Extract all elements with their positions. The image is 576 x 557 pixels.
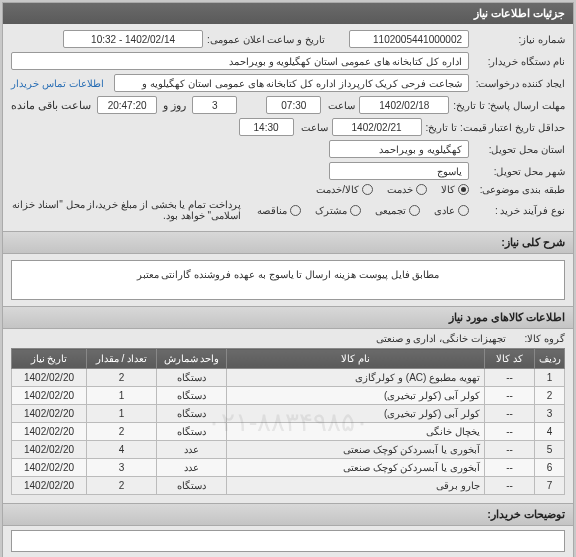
- cell: تهویه مطبوع (AC) و کولرگازی: [227, 369, 485, 387]
- label-creator: ایجاد کننده درخواست:: [473, 78, 565, 89]
- notes-box[interactable]: [11, 530, 565, 552]
- radio-icon[interactable]: [458, 205, 469, 216]
- section-notes-title: توضیحات خریدار:: [3, 503, 573, 526]
- field-creator: شجاعت فرحی کریک کارپرداز اداره کل کتابخا…: [114, 74, 469, 92]
- process-option[interactable]: عادی: [434, 205, 469, 216]
- field-province: کهگیلویه و بویراحمد: [329, 140, 469, 158]
- field-publish-range: 1402/02/14 - 10:32: [63, 30, 203, 48]
- radio-icon[interactable]: [362, 184, 373, 195]
- cell: 1402/02/20: [12, 459, 87, 477]
- table-row: 1--تهویه مطبوع (AC) و کولرگازیدستگاه2140…: [12, 369, 565, 387]
- cell: 7: [535, 477, 565, 495]
- label-time-1: ساعت: [325, 100, 355, 111]
- cell: 1402/02/20: [12, 423, 87, 441]
- label-time-2: ساعت: [298, 122, 328, 133]
- cell: 6: [535, 459, 565, 477]
- field-org: اداره کل کتابخانه های عمومی استان کهگیلو…: [11, 52, 469, 70]
- grouping-option[interactable]: کالا/خدمت: [316, 184, 373, 195]
- cell: کولر آبی (کولر تبخیری): [227, 405, 485, 423]
- cell: --: [485, 477, 535, 495]
- process-option[interactable]: مشترک: [315, 205, 361, 216]
- cell: 1402/02/20: [12, 369, 87, 387]
- col-header: نام کالا: [227, 349, 485, 369]
- radio-icon[interactable]: [458, 184, 469, 195]
- cell: دستگاه: [157, 387, 227, 405]
- label-day-and: روز و: [163, 99, 186, 112]
- cell: 1402/02/20: [12, 387, 87, 405]
- cell: 3: [87, 459, 157, 477]
- radio-icon[interactable]: [350, 205, 361, 216]
- cell: --: [485, 387, 535, 405]
- cell: 2: [535, 387, 565, 405]
- radio-icon[interactable]: [290, 205, 301, 216]
- label-req-no: شماره نیاز:: [473, 34, 565, 45]
- radio-label: عادی: [434, 205, 455, 216]
- cell: 1: [87, 387, 157, 405]
- contact-link[interactable]: اطلاعات تماس خریدار: [11, 78, 104, 89]
- cell: 3: [535, 405, 565, 423]
- cell: 1402/02/20: [12, 441, 87, 459]
- grouping-option[interactable]: خدمت: [387, 184, 427, 195]
- countdown: 3 روز و 20:47:20 ساعت باقی مانده: [11, 96, 237, 114]
- radio-label: مشترک: [315, 205, 347, 216]
- label-org: نام دستگاه خریدار:: [473, 56, 565, 67]
- cell: 2: [87, 477, 157, 495]
- cell: دستگاه: [157, 477, 227, 495]
- col-header: کد کالا: [485, 349, 535, 369]
- col-header: ردیف: [535, 349, 565, 369]
- label-validity: حداقل تاریخ اعتبار قیمت: تا تاریخ:: [426, 122, 565, 133]
- cell: 1402/02/20: [12, 405, 87, 423]
- panel-title: جزئیات اطلاعات نیاز: [3, 3, 573, 24]
- countdown-days: 3: [192, 96, 237, 114]
- pay-note: پرداخت تمام یا بخشی از مبلغ خرید،از محل …: [11, 199, 241, 221]
- cell: آبخوری یا آبسردکن کوچک صنعتی: [227, 441, 485, 459]
- cell: 4: [535, 423, 565, 441]
- cell: عدد: [157, 441, 227, 459]
- form-body: شماره نیاز: 1102005441000002 تاریخ و ساع…: [3, 24, 573, 231]
- table-row: 4--یخچال خانگیدستگاه21402/02/20: [12, 423, 565, 441]
- items-table: ردیفکد کالانام کالاواحد شمارشتعداد / مقد…: [11, 348, 565, 495]
- field-req-no: 1102005441000002: [349, 30, 469, 48]
- process-option[interactable]: تجمیعی: [375, 205, 420, 216]
- cell: کولر آبی (کولر تبخیری): [227, 387, 485, 405]
- cell: عدد: [157, 459, 227, 477]
- cell: آبخوری یا آبسردکن کوچک صنعتی: [227, 459, 485, 477]
- cell: --: [485, 405, 535, 423]
- process-option[interactable]: مناقصه: [257, 205, 301, 216]
- cell: 2: [87, 423, 157, 441]
- table-wrap: ردیفکد کالانام کالاواحد شمارشتعداد / مقد…: [3, 348, 573, 495]
- cell: دستگاه: [157, 423, 227, 441]
- label-process: نوع فرآیند خرید :: [473, 205, 565, 216]
- table-row: 6--آبخوری یا آبسردکن کوچک صنعتیعدد31402/…: [12, 459, 565, 477]
- desc-box: مطابق فایل پیوست هزینه ارسال تا یاسوج به…: [11, 260, 565, 300]
- field-validity-time: 14:30: [239, 118, 294, 136]
- cell: 5: [535, 441, 565, 459]
- label-remain: ساعت باقی مانده: [11, 99, 91, 112]
- label-province: استان محل تحویل:: [473, 144, 565, 155]
- cell: --: [485, 459, 535, 477]
- field-validity-date: 1402/02/21: [332, 118, 422, 136]
- cell: دستگاه: [157, 405, 227, 423]
- col-header: واحد شمارش: [157, 349, 227, 369]
- table-row: 5--آبخوری یا آبسردکن کوچک صنعتیعدد41402/…: [12, 441, 565, 459]
- section-items-title: اطلاعات کالاهای مورد نیاز: [3, 306, 573, 329]
- group-value: تجهیزات خانگی، اداری و صنعتی: [376, 333, 506, 344]
- cell: --: [485, 369, 535, 387]
- cell: 1: [535, 369, 565, 387]
- cell: --: [485, 423, 535, 441]
- label-city: شهر محل تحویل:: [473, 166, 565, 177]
- radio-icon[interactable]: [409, 205, 420, 216]
- grouping-option[interactable]: کالا: [441, 184, 469, 195]
- label-group: گروه کالا:: [510, 333, 565, 344]
- label-deadline: مهلت ارسال پاسخ: تا تاریخ:: [453, 100, 565, 111]
- details-panel: جزئیات اطلاعات نیاز شماره نیاز: 11020054…: [2, 2, 574, 557]
- radio-icon[interactable]: [416, 184, 427, 195]
- radio-label: کالا: [441, 184, 455, 195]
- cell: جارو برقی: [227, 477, 485, 495]
- radio-label: مناقصه: [257, 205, 287, 216]
- col-header: تعداد / مقدار: [87, 349, 157, 369]
- radio-label: کالا/خدمت: [316, 184, 359, 195]
- cell: دستگاه: [157, 369, 227, 387]
- radio-label: تجمیعی: [375, 205, 406, 216]
- field-deadline-date: 1402/02/18: [359, 96, 449, 114]
